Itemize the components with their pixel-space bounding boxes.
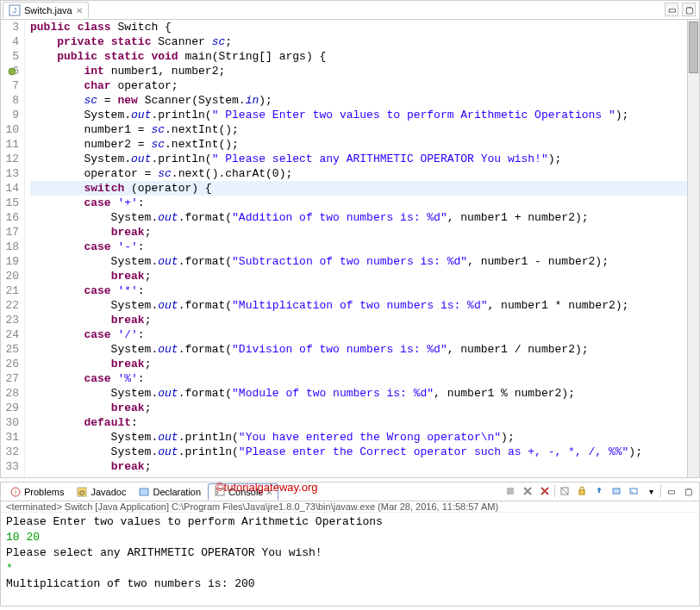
code-editor[interactable]: 3456789101112131415161718192021222324252… [1, 20, 699, 477]
console-line: Please select any ARITHMETIC OPERATOR Yo… [6, 545, 694, 561]
line-number: 9 [1, 108, 19, 122]
fold-marker-icon[interactable] [8, 65, 16, 74]
clear-console-icon[interactable] [557, 483, 572, 499]
console-line: * [6, 561, 694, 576]
code-line[interactable]: break; [30, 269, 699, 283]
code-line[interactable]: System.out.format("Addition of two numbe… [30, 210, 699, 225]
code-line[interactable]: default: [30, 415, 699, 430]
vertical-scrollbar[interactable] [687, 20, 699, 477]
code-content[interactable]: public class Switch { private static Sca… [25, 20, 699, 477]
open-console-icon[interactable] [626, 483, 641, 499]
pin-console-icon[interactable] [591, 483, 607, 499]
svg-text:J: J [13, 6, 17, 15]
bottom-panel: ! Problems @ Javadoc Declaration Console… [0, 482, 700, 607]
line-number: 14 [1, 181, 19, 196]
code-line[interactable]: char operator; [30, 78, 699, 93]
code-line[interactable]: System.out.println(" Please select any A… [30, 152, 699, 166]
line-number: 32 [1, 445, 19, 459]
code-line[interactable]: public class Switch { [30, 20, 699, 34]
line-number: 29 [1, 401, 19, 415]
line-number: 17 [1, 225, 19, 240]
minimize-icon[interactable]: ▭ [663, 483, 678, 499]
javadoc-icon: @ [76, 486, 88, 498]
problems-icon: ! [9, 486, 22, 498]
code-line[interactable]: operator = sc.next().charAt(0); [30, 166, 699, 181]
maximize-icon[interactable]: ▢ [682, 3, 696, 16]
minimize-icon[interactable]: ▭ [665, 3, 678, 16]
code-line[interactable]: case '+': [30, 196, 699, 210]
console-line: Multiplication of two numbers is: 200 [6, 576, 694, 592]
code-line[interactable]: System.out.println("You have entered the… [30, 430, 699, 445]
code-line[interactable]: break; [30, 401, 699, 415]
svg-rect-11 [579, 490, 584, 495]
code-line[interactable]: break; [30, 357, 699, 371]
bottom-tab-bar: ! Problems @ Javadoc Declaration Console… [1, 482, 699, 501]
svg-rect-12 [613, 489, 620, 494]
declaration-icon [138, 486, 150, 498]
editor-tab-bar: J Switch.java ✕ ▭ ▢ [1, 1, 699, 20]
line-number: 33 [1, 459, 19, 474]
tab-javadoc[interactable]: @ Javadoc [71, 484, 131, 500]
java-file-icon: J [9, 4, 21, 16]
line-number: 11 [1, 137, 19, 152]
code-line[interactable]: sc = new Scanner(System.in); [30, 93, 699, 108]
line-number: 25 [1, 342, 19, 357]
code-line[interactable]: break; [30, 313, 699, 327]
line-number: 18 [1, 240, 19, 254]
remove-launch-icon[interactable] [520, 483, 535, 499]
line-number: 22 [1, 298, 19, 313]
code-line[interactable]: break; [30, 225, 699, 240]
line-number: 24 [1, 327, 19, 342]
scrollbar-thumb[interactable] [689, 22, 698, 73]
display-selected-icon[interactable] [609, 483, 624, 499]
code-line[interactable]: System.out.format("Multiplication of two… [30, 298, 699, 313]
dropdown-icon[interactable]: ▾ [643, 483, 659, 499]
editor-toolbar-buttons: ▭ ▢ [665, 3, 696, 16]
code-line[interactable]: int number1, number2; [30, 64, 699, 78]
svg-text:!: ! [15, 489, 16, 496]
console-output[interactable]: Please Enter two values to perform Arith… [1, 513, 699, 606]
tab-label: Switch.java [24, 5, 72, 16]
separator [660, 485, 661, 497]
code-line[interactable]: case '/': [30, 327, 699, 342]
code-line[interactable]: System.out.format("Subtraction of two nu… [30, 254, 699, 269]
code-line[interactable]: number1 = sc.nextInt(); [30, 122, 699, 137]
line-number: 3 [1, 20, 19, 34]
tab-declaration[interactable]: Declaration [133, 484, 206, 500]
code-line[interactable]: switch (operator) { [30, 181, 699, 196]
line-number: 26 [1, 357, 19, 371]
line-number: 16 [1, 210, 19, 225]
code-line[interactable]: break; [30, 459, 699, 474]
tab-label: Declaration [153, 487, 201, 497]
line-number: 12 [1, 152, 19, 166]
maximize-icon[interactable]: ▢ [680, 483, 696, 499]
close-icon[interactable]: ✕ [76, 6, 83, 16]
code-line[interactable]: case '-': [30, 240, 699, 254]
remove-all-icon[interactable] [537, 483, 553, 499]
terminate-icon[interactable] [503, 483, 518, 499]
code-line[interactable]: System.out.println("Please enter the Cor… [30, 445, 699, 459]
line-number: 31 [1, 430, 19, 445]
code-line[interactable]: case '%': [30, 371, 699, 386]
code-line[interactable]: case '*': [30, 283, 699, 298]
line-number: 8 [1, 93, 19, 108]
line-number: 28 [1, 386, 19, 401]
code-line[interactable]: public static void main(String[] args) { [30, 49, 699, 64]
line-number: 21 [1, 283, 19, 298]
svg-rect-7 [140, 489, 148, 495]
line-number: 15 [1, 196, 19, 210]
tab-problems[interactable]: ! Problems [4, 484, 69, 500]
editor-tab-switch-java[interactable]: J Switch.java ✕ [3, 2, 89, 18]
code-line[interactable]: System.out.println(" Please Enter two va… [30, 108, 699, 122]
code-line[interactable]: number2 = sc.nextInt(); [30, 137, 699, 152]
svg-rect-9 [507, 488, 514, 495]
svg-text:@: @ [78, 489, 85, 496]
console-line: Please Enter two values to perform Arith… [6, 514, 694, 530]
scroll-lock-icon[interactable] [574, 483, 590, 499]
code-line[interactable]: System.out.format("Division of two numbe… [30, 342, 699, 357]
line-number: 19 [1, 254, 19, 269]
line-number: 5 [1, 49, 19, 64]
code-line[interactable]: private static Scanner sc; [30, 34, 699, 49]
code-line[interactable]: System.out.format("Module of two numbers… [30, 386, 699, 401]
console-toolbar: ▾ ▭ ▢ [503, 483, 696, 499]
